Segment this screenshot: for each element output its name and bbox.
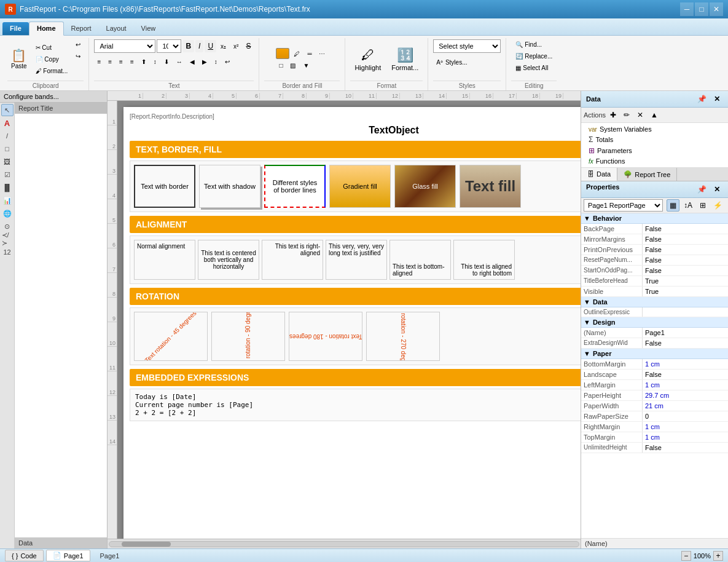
category-data[interactable]: ▼ Data (581, 297, 728, 307)
border-more-button[interactable]: ▼ (300, 60, 312, 71)
tab-report-tree[interactable]: 🌳 Report Tree (617, 168, 677, 181)
checkbox-tool[interactable]: ☑ (1, 168, 14, 181)
prop-val[interactable]: 1 cm (643, 380, 728, 390)
horizontal-scrollbar[interactable] (108, 539, 581, 548)
barcode-tool[interactable]: ▐▌ (1, 181, 14, 194)
find-button[interactable]: 🔍 Find... (512, 39, 545, 50)
configure-bands-btn[interactable]: Configure bands... (0, 91, 107, 103)
tab-data[interactable]: 🗄 Data (581, 168, 617, 181)
prop-val[interactable]: 0 (643, 411, 728, 421)
underline-button[interactable]: U (205, 40, 216, 52)
tree-functions[interactable]: fx Functions (581, 156, 728, 166)
align-left-button[interactable]: ≡ (94, 57, 104, 67)
align-justify-button[interactable]: ≡ (127, 57, 137, 67)
scroll-track-h[interactable] (109, 541, 579, 547)
gauge-tool[interactable]: ⊙ (1, 220, 14, 232)
action-delete[interactable]: ✕ (634, 109, 646, 121)
prop-val[interactable]: False (643, 370, 728, 379)
prop-filter-btn[interactable]: ⊞ (697, 199, 709, 212)
tab-view[interactable]: View (134, 22, 163, 35)
bold-button[interactable]: B (182, 40, 194, 52)
chart-tool[interactable]: 📊 (1, 194, 14, 207)
prop-val[interactable]: 29.7 cm (643, 390, 728, 400)
properties-pin[interactable]: 📌 (694, 183, 710, 196)
tab-file[interactable]: File (2, 22, 29, 35)
paste-button[interactable]: 📋 Paste (7, 47, 31, 72)
style-select[interactable]: Select style (433, 39, 501, 53)
border-sides-button[interactable]: □ (276, 60, 286, 71)
canvas-scroll[interactable]: [Report.ReportInfo.Description] TextObje… (117, 101, 581, 539)
picture-tool[interactable]: 🖼 (1, 156, 14, 168)
tab-layout[interactable]: Layout (99, 22, 134, 35)
redo-button[interactable]: ↪ (72, 51, 84, 61)
highlight-button[interactable]: 🖊 Highlight (350, 44, 385, 74)
subscript-button[interactable]: x₂ (217, 41, 229, 52)
vertical-top-button[interactable]: ⬆ (138, 57, 149, 67)
page1-tab[interactable]: 📄 Page1 (46, 550, 90, 561)
format-button[interactable]: 🔢 Format... (387, 44, 423, 74)
code-tab[interactable]: { } Code (5, 550, 44, 561)
align-center-button[interactable]: ≡ (105, 57, 115, 67)
minimize-button[interactable]: ─ (680, 2, 694, 16)
category-behavior[interactable]: ▼ Behavior (581, 213, 728, 224)
shape-tool[interactable]: □ (1, 143, 14, 155)
properties-close[interactable]: ✕ (711, 183, 723, 196)
unknown-tool[interactable]: 12 (1, 246, 14, 258)
prop-val[interactable]: 1 cm (643, 422, 728, 432)
cut-button[interactable]: ✂ Cut (33, 42, 71, 53)
zoom-out-btn[interactable]: − (681, 551, 691, 561)
fill-color-button[interactable] (276, 48, 289, 59)
font-size-select[interactable]: 10 (157, 39, 181, 53)
tree-system-vars[interactable]: var System Variables (581, 124, 728, 134)
copy-button[interactable]: 📄 Copy (33, 54, 71, 65)
strikethrough-button[interactable]: S (243, 40, 254, 52)
undo-text-button[interactable]: ↩ (222, 57, 233, 67)
data-panel-pin[interactable]: 📌 (694, 93, 710, 105)
prop-lightning-btn[interactable]: ⚡ (710, 199, 726, 212)
select-all-button[interactable]: ▦ Select All (512, 63, 551, 73)
border-color-button[interactable]: 🖊 (291, 49, 303, 59)
prop-val[interactable]: True (643, 287, 728, 296)
prop-val[interactable]: True (643, 276, 728, 286)
align-right-button[interactable]: ≡ (116, 57, 126, 67)
prop-val[interactable]: 21 cm (643, 401, 728, 411)
replace-button[interactable]: 🔄 Replace... (512, 51, 555, 61)
map-tool[interactable]: 🌐 (1, 207, 14, 220)
prop-val[interactable]: False (643, 245, 728, 255)
action-add[interactable]: ✚ (607, 109, 619, 121)
prop-val[interactable]: False (643, 255, 728, 265)
scroll-thumb-h[interactable] (122, 542, 171, 547)
category-design[interactable]: ▼ Design (581, 317, 728, 328)
prop-val[interactable]: False (643, 266, 728, 275)
line-tool[interactable]: / (1, 130, 14, 142)
indent-decrease-button[interactable]: ◀ (187, 57, 198, 67)
text-tool[interactable]: A (1, 117, 14, 129)
border-width-button[interactable]: ═ (304, 49, 315, 59)
maximize-button[interactable]: □ (695, 2, 708, 16)
tab-report[interactable]: Report (64, 22, 99, 35)
tab-home[interactable]: Home (29, 22, 64, 36)
format-painter-button[interactable]: 🖌 Format... (33, 66, 71, 76)
prop-val[interactable] (643, 307, 728, 317)
pointer-tool[interactable]: ↖ (1, 104, 14, 116)
text-direction-button[interactable]: ↔ (173, 57, 186, 67)
tree-totals[interactable]: Σ Totals (581, 134, 728, 145)
prop-val[interactable]: False (643, 443, 728, 453)
vertical-bottom-button[interactable]: ⬇ (161, 57, 172, 67)
prop-categorized-btn[interactable]: ▦ (667, 199, 679, 212)
prop-val[interactable]: False (643, 338, 728, 348)
category-paper[interactable]: ▼ Paper (581, 349, 728, 359)
data-panel-close[interactable]: ✕ (711, 93, 723, 105)
shadow-button[interactable]: ▨ (287, 60, 299, 71)
prop-val[interactable]: 1 cm (643, 432, 728, 442)
subreport-tool[interactable]: ≺/≻ (1, 233, 14, 245)
prop-val[interactable]: 1 cm (643, 359, 728, 369)
prop-val[interactable]: False (643, 234, 728, 244)
font-family-select[interactable]: Arial (94, 39, 155, 53)
zoom-in-btn[interactable]: + (713, 551, 723, 561)
prop-alpha-btn[interactable]: ↕A (681, 199, 695, 212)
superscript-button[interactable]: x² (230, 41, 241, 52)
undo-button[interactable]: ↩ (72, 39, 84, 50)
styles-btn[interactable]: Aᵃ Styles... (433, 57, 470, 68)
vertical-center-button[interactable]: ↕ (151, 57, 160, 67)
